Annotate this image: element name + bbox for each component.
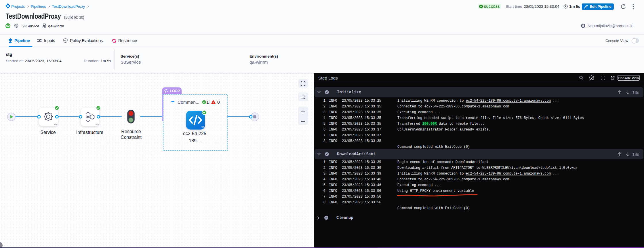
svg-text:Resource: Resource — [121, 129, 141, 134]
svg-text:Infrastructure: Infrastructure — [76, 130, 103, 135]
svg-text:Comman...: Comman... — [178, 100, 199, 105]
svg-text:1: 1 — [206, 100, 209, 105]
svg-text:</>: </> — [201, 126, 205, 128]
svg-text:Service: Service — [40, 130, 56, 135]
svg-text:ec2-54-225-: ec2-54-225- — [183, 131, 208, 136]
svg-text:</>: </> — [96, 123, 99, 126]
svg-text:189-...: 189-... — [189, 138, 202, 143]
svg-text:</>: </> — [54, 123, 57, 126]
svg-text:0: 0 — [217, 100, 220, 105]
svg-text:!: ! — [213, 101, 214, 104]
svg-text:Constraint: Constraint — [121, 135, 142, 140]
svg-text:LOOP: LOOP — [170, 89, 180, 93]
